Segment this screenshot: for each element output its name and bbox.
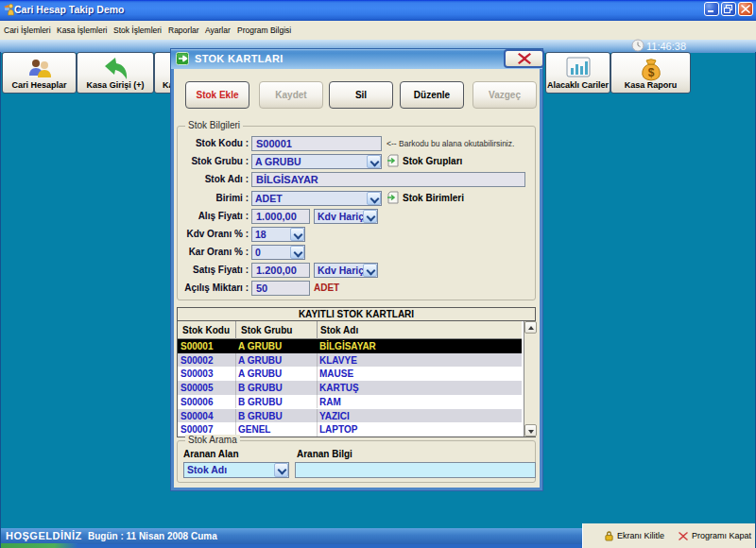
svg-text:$: $ xyxy=(647,66,654,79)
